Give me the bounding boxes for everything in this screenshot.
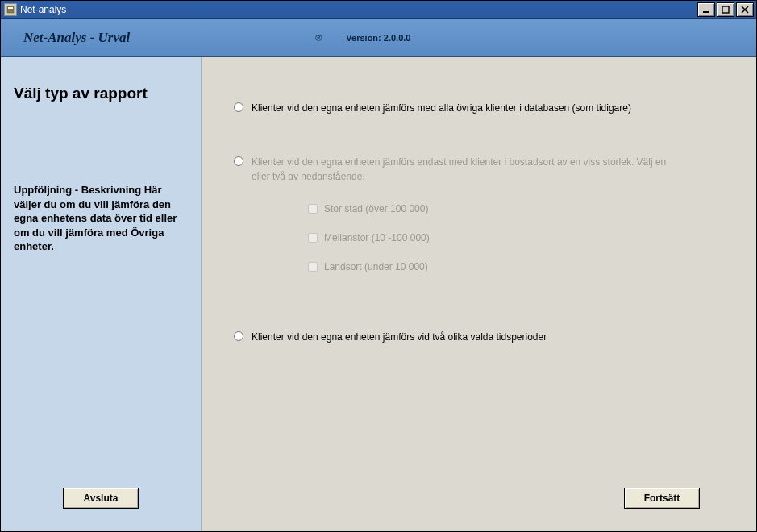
- sidebar: Välj typ av rapport Uppföljning - Beskri…: [1, 57, 202, 531]
- checkbox-large-city[interactable]: Stor stad (över 100 000): [308, 203, 734, 214]
- svg-rect-1: [8, 7, 13, 9]
- checkbox-label: Stor stad (över 100 000): [324, 203, 428, 214]
- registered-mark: ®: [315, 33, 322, 43]
- title-bar: Net-analys: [1, 1, 756, 19]
- sidebar-heading: Välj typ av rapport: [14, 85, 188, 102]
- checkbox-input-large-city[interactable]: [308, 204, 318, 214]
- minimize-button[interactable]: [697, 2, 715, 17]
- checkbox-label: Mellanstor (10 -100 000): [324, 232, 430, 243]
- sidebar-description: Uppföljning - Beskrivning Här väljer du …: [14, 183, 188, 254]
- svg-rect-2: [703, 11, 709, 13]
- app-body: Välj typ av rapport Uppföljning - Beskri…: [1, 57, 756, 531]
- version-label: Version: 2.0.0.0: [346, 33, 410, 43]
- radio-label: Klienter vid den egna enheten jämförs en…: [252, 156, 687, 184]
- exit-button[interactable]: Avsluta: [63, 488, 139, 509]
- checkbox-input-medium-city[interactable]: [308, 233, 318, 243]
- window-title: Net-analys: [20, 4, 697, 15]
- main-panel: Klienter vid den egna enheten jämförs me…: [202, 57, 756, 531]
- checkbox-input-rural[interactable]: [308, 262, 318, 272]
- radio-input-two-periods[interactable]: [234, 331, 243, 341]
- radio-input-all-clients[interactable]: [234, 102, 243, 112]
- app-icon: [4, 3, 17, 16]
- continue-button[interactable]: Fortsätt: [624, 488, 700, 509]
- radio-option-two-periods[interactable]: Klienter vid den egna enheten jämförs vi…: [234, 330, 734, 344]
- radio-input-by-city-size[interactable]: [234, 156, 243, 166]
- window-controls: [697, 2, 754, 17]
- radio-option-all-clients[interactable]: Klienter vid den egna enheten jämförs me…: [234, 102, 734, 115]
- product-title: Net-Analys - Urval: [23, 30, 130, 46]
- sub-header: Net-Analys - Urval ® Version: 2.0.0.0: [1, 19, 756, 57]
- radio-label: Klienter vid den egna enheten jämförs me…: [252, 102, 631, 115]
- radio-option-by-city-size[interactable]: Klienter vid den egna enheten jämförs en…: [234, 156, 734, 184]
- close-button[interactable]: [736, 2, 754, 17]
- checkbox-rural[interactable]: Landsort (under 10 000): [308, 261, 734, 272]
- maximize-button[interactable]: [717, 2, 734, 17]
- city-size-checkbox-group: Stor stad (över 100 000) Mellanstor (10 …: [308, 203, 734, 290]
- checkbox-label: Landsort (under 10 000): [324, 261, 428, 272]
- checkbox-medium-city[interactable]: Mellanstor (10 -100 000): [308, 232, 734, 243]
- radio-label: Klienter vid den egna enheten jämförs vi…: [252, 330, 547, 344]
- svg-rect-3: [722, 6, 729, 13]
- application-window: Net-analys Net-Analys - Urval ® Version:…: [0, 0, 757, 532]
